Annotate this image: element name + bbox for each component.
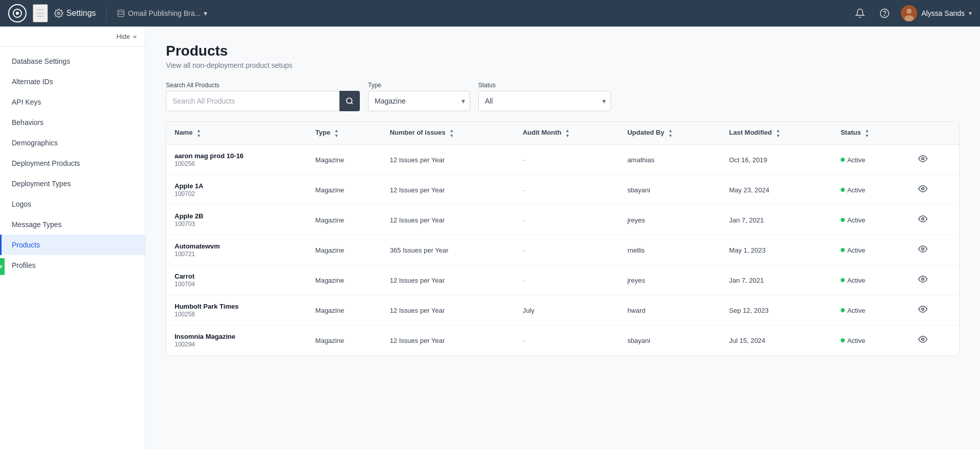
view-button[interactable] [915,183,930,197]
eye-icon [918,184,927,193]
topnav-right: Alyssa Sands ▾ [852,5,972,21]
cell-actions [907,145,959,175]
settings-label: Settings [66,9,96,18]
product-name: Carrot [175,272,194,280]
cell-status: Active [832,235,907,265]
sidebar-item-alternate-ids[interactable]: Alternate IDs [0,71,145,92]
report-issue-tab[interactable]: ⚙ Report an Issue [0,258,5,275]
col-audit-month[interactable]: Audit Month ▲▼ [514,122,619,145]
sidebar-item-logos[interactable]: Logos [0,194,145,214]
table-row: Humbolt Park Times 100258 Magazine 12 Is… [166,295,959,326]
table-row: Apple 1A 100702 Magazine 12 Issues per Y… [166,175,959,205]
cell-audit-month: - [514,326,619,356]
hamburger-button[interactable]: ☰ [33,4,48,22]
col-name[interactable]: Name ▲▼ [166,122,307,145]
view-button[interactable] [915,213,930,227]
sidebar-item-behaviors[interactable]: Behaviors [0,112,145,133]
cell-audit-month: July [514,295,619,326]
status-dot [841,338,845,342]
user-name: Alyssa Sands [921,9,965,17]
status-text: Active [847,186,865,194]
notifications-button[interactable] [852,5,868,21]
sidebar-item-profiles[interactable]: Profiles [0,255,145,276]
user-dropdown-icon: ▾ [969,10,972,17]
svg-point-13 [921,217,924,220]
type-select[interactable]: Magazine Newsletter Digital [368,91,470,111]
cell-name: Insomnia Magazine 100294 [166,326,307,356]
help-button[interactable] [876,5,893,21]
status-text: Active [847,337,865,344]
product-id: 100258 [175,311,195,318]
view-button[interactable] [915,153,930,167]
cell-issues: 12 Issues per Year [382,295,514,326]
cell-actions [907,265,959,295]
eye-icon [918,305,927,314]
sidebar-item-label: Behaviors [12,118,43,127]
sidebar-item-message-types[interactable]: Message Types [0,214,145,235]
eye-icon [918,154,927,163]
sidebar-item-demographics[interactable]: Demographics [0,133,145,153]
page-subtitle: View all non-deployment product setups [166,61,960,69]
cell-issues: 12 Issues per Year [382,205,514,235]
view-button[interactable] [915,334,930,347]
question-icon [879,8,890,18]
svg-point-8 [904,15,914,21]
cell-audit-month: - [514,205,619,235]
audit-month-value: - [523,186,525,194]
svg-point-14 [921,247,924,250]
status-badge: Active [841,337,865,344]
report-issue-label: Report an Issue [0,263,3,269]
org-selector[interactable]: Omail Publishing Bra... ▾ [117,9,207,17]
view-button[interactable] [915,304,930,317]
col-last-modified[interactable]: Last Modified ▲▼ [721,122,832,145]
sort-issues-icon: ▲▼ [449,128,454,138]
cell-updated-by: jreyes [619,205,721,235]
col-status[interactable]: Status ▲▼ [832,122,907,145]
sidebar-item-deployment-products[interactable]: Deployment Products [0,153,145,173]
audit-month-value: - [523,156,525,164]
logo [8,4,27,22]
status-text: Active [847,216,865,224]
cell-type: Magazine [307,205,382,235]
cell-type: Magazine [307,145,382,175]
type-label: Type [368,82,470,89]
cell-last-modified: Sep 12, 2023 [721,295,832,326]
product-name: Humbolt Park Times [175,303,238,310]
cell-type: Magazine [307,295,382,326]
sidebar-item-label: Alternate IDs [12,78,53,86]
cell-status: Active [832,295,907,326]
status-badge: Active [841,307,865,314]
col-issues[interactable]: Number of issues ▲▼ [382,122,514,145]
sidebar-item-products[interactable]: Products [0,235,145,255]
chevron-left-icon: « [133,33,137,40]
col-updated-by[interactable]: Updated By ▲▼ [619,122,721,145]
status-select[interactable]: All Active Inactive [478,91,611,111]
search-input[interactable] [166,91,360,111]
user-menu[interactable]: Alyssa Sands ▾ [901,5,972,21]
cell-last-modified: Oct 16, 2019 [721,145,832,175]
hide-label: Hide [116,33,130,40]
table-row: Carrot 100704 Magazine 12 Issues per Yea… [166,265,959,295]
search-input-wrap [166,91,360,111]
table-header: Name ▲▼ Type ▲▼ Number of issues ▲▼ Au [166,122,959,145]
col-type[interactable]: Type ▲▼ [307,122,382,145]
search-button[interactable] [339,91,360,111]
view-button[interactable] [915,243,930,257]
status-badge: Active [841,246,865,254]
sidebar-item-api-keys[interactable]: API Keys [0,92,145,112]
sort-audit-icon: ▲▼ [565,128,570,138]
status-dot [841,158,845,162]
cell-issues: 12 Issues per Year [382,145,514,175]
sidebar-item-deployment-types[interactable]: Deployment Types [0,173,145,194]
gear-icon [54,9,63,18]
view-button[interactable] [915,273,930,287]
table-body: aaron mag prod 10-16 100256 Magazine 12 … [166,145,959,356]
sidebar-item-database-settings[interactable]: Database Settings [0,51,145,71]
cell-actions [907,235,959,265]
cell-type: Magazine [307,235,382,265]
product-name: Apple 2B [175,212,203,220]
status-badge: Active [841,156,865,164]
sidebar-hide-button[interactable]: Hide « [0,27,145,47]
page-title: Products [166,43,960,59]
svg-point-16 [921,308,924,310]
